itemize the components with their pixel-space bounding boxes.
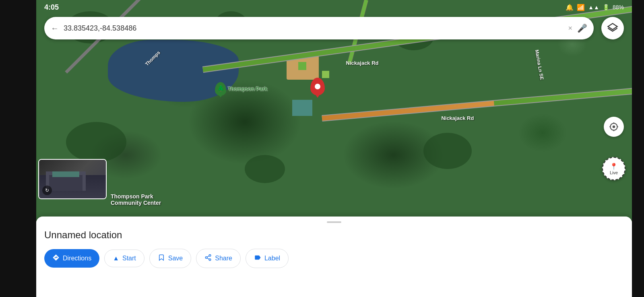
small-building2 bbox=[322, 71, 329, 78]
search-input[interactable]: 33.835423,-84.538486 bbox=[64, 24, 568, 33]
live-label: Live bbox=[610, 170, 618, 175]
svg-point-9 bbox=[209, 259, 211, 261]
start-icon: ▲ bbox=[113, 255, 119, 262]
layers-button[interactable] bbox=[601, 17, 624, 39]
share-button[interactable]: Share bbox=[196, 249, 241, 268]
small-building bbox=[298, 62, 306, 70]
tree-icon: 🌲 bbox=[217, 85, 224, 91]
signal-icon: ▲▲ bbox=[588, 4, 599, 10]
park-pin: 🌲 bbox=[215, 82, 226, 96]
share-label: Share bbox=[215, 255, 232, 262]
bottom-panel: Unnamed location Directions ▲ Start bbox=[36, 217, 632, 297]
tree-area bbox=[423, 133, 472, 169]
save-icon bbox=[158, 254, 165, 263]
action-buttons-row: Directions ▲ Start Save bbox=[44, 249, 624, 268]
location-title: Unnamed location bbox=[44, 229, 624, 241]
directions-label: Directions bbox=[63, 255, 91, 262]
red-pin-shape bbox=[310, 78, 325, 95]
back-button[interactable]: ← bbox=[51, 24, 59, 33]
park-label: Thompson Park bbox=[228, 86, 267, 92]
label-button[interactable]: Label bbox=[246, 249, 289, 268]
svg-point-8 bbox=[206, 257, 208, 259]
panel-drag-handle[interactable] bbox=[327, 221, 341, 223]
streetview-place-label: Thompson Park Community Center bbox=[111, 193, 161, 206]
battery-icon: 🔋 bbox=[603, 4, 609, 10]
save-label: Save bbox=[168, 255, 183, 262]
live-icon: 📍 bbox=[610, 163, 618, 170]
svg-point-6 bbox=[613, 126, 615, 128]
share-icon bbox=[204, 254, 212, 263]
streetview-thumbnail[interactable]: ↻ bbox=[38, 159, 107, 199]
wifi-icon: 📶 bbox=[577, 4, 585, 11]
label-label: Label bbox=[264, 255, 280, 262]
tree-area bbox=[66, 122, 126, 162]
search-bar[interactable]: ← 33.835423,-84.538486 × 🎤 bbox=[44, 17, 594, 39]
save-button[interactable]: Save bbox=[149, 249, 191, 268]
mic-button[interactable]: 🎤 bbox=[577, 23, 587, 33]
status-bar: 4:05 🔔 📶 ▲▲ 🔋 88% bbox=[36, 0, 632, 14]
clear-button[interactable]: × bbox=[568, 24, 572, 33]
directions-icon bbox=[52, 254, 60, 263]
svg-line-11 bbox=[207, 256, 209, 257]
status-time: 4:05 bbox=[44, 3, 59, 12]
directions-button[interactable]: Directions bbox=[44, 249, 99, 268]
status-icons: 🔔 📶 ▲▲ 🔋 88% bbox=[566, 4, 624, 11]
location-target-button[interactable] bbox=[604, 117, 624, 137]
start-label: Start bbox=[122, 255, 136, 262]
streetview-refresh-icon[interactable]: ↻ bbox=[42, 186, 52, 195]
nickajack-label-1: Nickajack Rd bbox=[346, 60, 379, 66]
nickajack-label-2: Nickajack Rd bbox=[441, 115, 474, 121]
location-pin[interactable] bbox=[310, 78, 325, 95]
thompson-park-marker[interactable]: 🌲 Thompson Park bbox=[215, 82, 267, 96]
battery-percent: 88% bbox=[613, 4, 624, 10]
building-teal bbox=[292, 100, 312, 116]
live-button[interactable]: 📍 Live bbox=[602, 157, 625, 180]
bell-icon: 🔔 bbox=[566, 4, 574, 11]
svg-point-7 bbox=[209, 255, 211, 257]
tree-area bbox=[245, 155, 285, 183]
map-view[interactable]: Nickajack Rd Nickajack Rd Marina Ln SE T… bbox=[36, 0, 632, 221]
svg-line-10 bbox=[207, 258, 209, 259]
start-button[interactable]: ▲ Start bbox=[104, 250, 144, 267]
label-icon bbox=[254, 254, 261, 263]
